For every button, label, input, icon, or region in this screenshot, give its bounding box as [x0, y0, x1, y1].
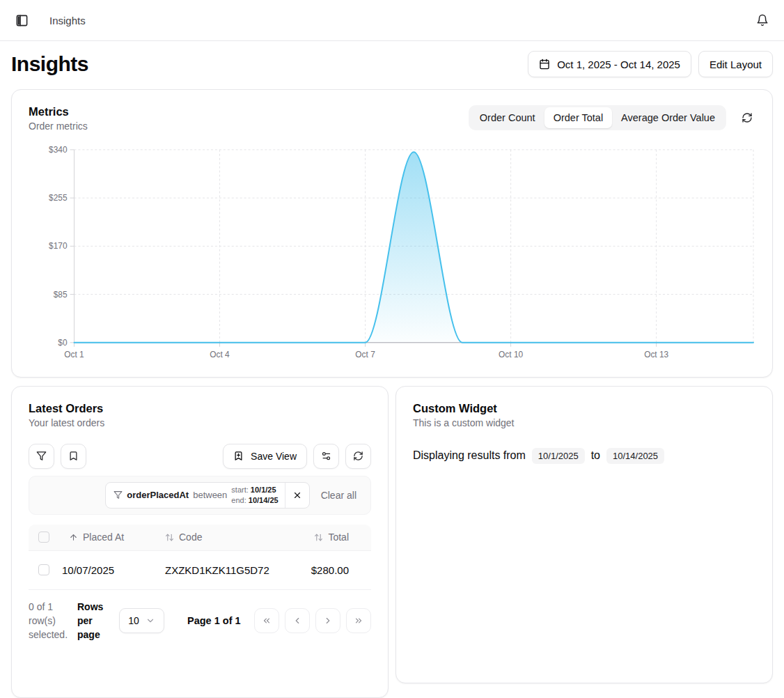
- active-filters-bar: orderPlacedAt between start: 10/1/25 end…: [29, 476, 371, 515]
- svg-text:$170: $170: [49, 241, 68, 251]
- metrics-refresh-button[interactable]: [739, 109, 755, 126]
- svg-text:$340: $340: [49, 145, 68, 155]
- tab-order-total[interactable]: Order Total: [544, 107, 612, 128]
- order-metrics-chart: $0$85$170$255$340Oct 1Oct 4Oct 7Oct 10Oc…: [29, 143, 755, 362]
- custom-widget-body: Displaying results from 10/1/2025 to 10/…: [413, 448, 755, 464]
- filter-button[interactable]: [29, 444, 54, 469]
- from-date-pill: 10/1/2025: [532, 448, 585, 464]
- previous-page-button[interactable]: [285, 608, 310, 633]
- tab-order-count[interactable]: Order Count: [471, 107, 544, 128]
- chevron-left-icon: [292, 616, 302, 626]
- chevrons-left-icon: [262, 616, 272, 626]
- refresh-icon: [353, 451, 363, 461]
- column-header-placed-at[interactable]: Placed At: [59, 532, 164, 543]
- sidebar-toggle-button[interactable]: [13, 11, 31, 30]
- refresh-icon: [742, 112, 753, 123]
- svg-text:Oct 1: Oct 1: [64, 350, 84, 359]
- filter-operator: between: [193, 490, 227, 500]
- chevrons-right-icon: [354, 616, 363, 626]
- bell-icon: [756, 14, 769, 26]
- metrics-title: Metrics: [29, 105, 88, 118]
- tab-average-order-value[interactable]: Average Order Value: [612, 107, 724, 128]
- panel-left-icon: [15, 14, 29, 27]
- sliders-icon: [321, 451, 331, 461]
- svg-text:Oct 10: Oct 10: [499, 350, 523, 359]
- latest-orders-card: Latest Orders Your latest orders: [11, 386, 389, 698]
- last-page-button[interactable]: [346, 608, 371, 633]
- svg-text:$255: $255: [49, 193, 68, 203]
- filter-chip-order-placed-at[interactable]: orderPlacedAt between start: 10/1/25 end…: [105, 482, 309, 509]
- chevron-down-icon: [146, 616, 155, 626]
- custom-widget-subtitle: This is a custom widget: [413, 417, 755, 428]
- svg-text:$0: $0: [58, 338, 68, 348]
- bookmark-plus-icon: [233, 451, 244, 461]
- date-range-picker[interactable]: Oct 1, 2025 - Oct 14, 2025: [528, 51, 691, 77]
- latest-orders-title: Latest Orders: [29, 402, 371, 415]
- orders-toolbar: Save View: [29, 444, 371, 469]
- row-checkbox[interactable]: [38, 564, 49, 575]
- table-row[interactable]: 10/07/2025 ZXZKD1KZK11G5D72 $280.00: [29, 551, 371, 590]
- topbar: Insights: [0, 0, 784, 41]
- svg-text:Oct 13: Oct 13: [644, 350, 668, 359]
- table-footer: 0 of 1 row(s) selected. Rows per page 10…: [29, 600, 371, 642]
- sort-both-icon: [165, 533, 174, 542]
- cell-code: ZXZKD1KZK11G5D72: [164, 564, 279, 576]
- first-page-button[interactable]: [254, 608, 279, 633]
- date-range-value: Oct 1, 2025 - Oct 14, 2025: [557, 59, 680, 70]
- edit-layout-button[interactable]: Edit Layout: [698, 51, 773, 77]
- remove-filter-button[interactable]: [285, 483, 309, 508]
- page-info: Page 1 of 1: [187, 615, 241, 626]
- to-date-pill: 10/14/2025: [606, 448, 664, 464]
- saved-views-button[interactable]: [61, 444, 86, 469]
- pagination-controls: [254, 608, 371, 633]
- svg-text:Oct 4: Oct 4: [210, 350, 230, 359]
- filter-funnel-icon: [113, 490, 123, 499]
- rows-per-page-label: Rows per page: [77, 600, 111, 642]
- orders-refresh-button[interactable]: [345, 444, 371, 469]
- selected-rows-text: 0 of 1 row(s) selected.: [29, 600, 75, 642]
- custom-widget-title: Custom Widget: [413, 402, 755, 415]
- close-icon: [292, 490, 302, 500]
- filter-range: start: 10/1/25 end: 10/14/25: [231, 485, 278, 506]
- page-header: Insights Oct 1, 2025 - Oct 14, 2025 Edit…: [11, 51, 773, 77]
- metrics-subtitle: Order metrics: [29, 121, 88, 132]
- orders-table: Placed At Code Total: [29, 525, 371, 590]
- page-title: Insights: [11, 52, 88, 76]
- bookmark-icon: [68, 451, 79, 461]
- column-header-total[interactable]: Total: [279, 532, 371, 543]
- area-chart-svg: $0$85$170$255$340Oct 1Oct 4Oct 7Oct 10Oc…: [29, 143, 755, 362]
- cell-total: $280.00: [279, 564, 371, 576]
- select-all-checkbox[interactable]: [38, 532, 49, 543]
- latest-orders-subtitle: Your latest orders: [29, 417, 371, 428]
- cell-placed-at: 10/07/2025: [59, 564, 164, 576]
- custom-widget-card: Custom Widget This is a custom widget Di…: [395, 386, 773, 683]
- sort-asc-icon: [69, 533, 78, 542]
- filter-field: orderPlacedAt: [127, 490, 189, 500]
- filter-funnel-icon: [36, 451, 47, 461]
- page-size-select[interactable]: 10: [119, 608, 164, 633]
- calendar-icon: [539, 59, 550, 70]
- column-header-code[interactable]: Code: [164, 532, 279, 543]
- chevron-right-icon: [323, 616, 333, 626]
- table-header-row: Placed At Code Total: [29, 525, 371, 551]
- svg-text:$85: $85: [54, 290, 68, 300]
- clear-all-filters-button[interactable]: Clear all: [314, 484, 363, 506]
- svg-text:Oct 7: Oct 7: [355, 350, 375, 359]
- next-page-button[interactable]: [315, 608, 340, 633]
- breadcrumb: Insights: [49, 15, 86, 26]
- metric-tabs: Order Count Order Total Average Order Va…: [469, 105, 726, 130]
- view-settings-button[interactable]: [313, 444, 339, 469]
- sort-both-icon: [314, 533, 323, 542]
- metrics-card: Metrics Order metrics Order Count Order …: [11, 89, 773, 378]
- notifications-button[interactable]: [753, 11, 771, 29]
- save-view-button[interactable]: Save View: [223, 444, 307, 469]
